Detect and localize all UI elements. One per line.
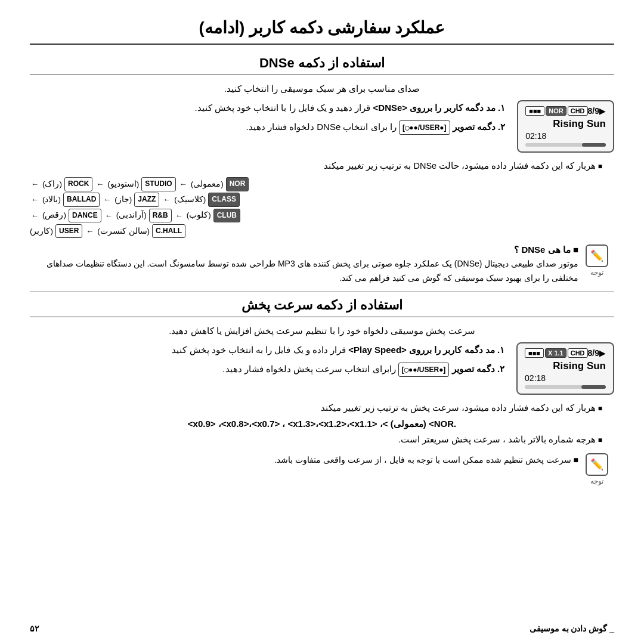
- device2-badges: CHD X 1.1 ■■■: [525, 348, 587, 358]
- device2-progress: [525, 385, 606, 389]
- device1-progress: [525, 143, 606, 147]
- step2: ۲. دگمه تصویر [●USER/●●◯] را برای انتخاب…: [30, 119, 505, 135]
- badge-chd: CHD: [568, 106, 588, 116]
- section2-intro: سرعت پخش موسیقی دلخواه خود را با تنظیم س…: [30, 326, 614, 336]
- step2-2: ۲. دگمه تصویر [●USER/●●◯] رابرای انتخاب …: [30, 361, 504, 377]
- dnse-note-block: ✏️ توجه ■ ما هی DNSe ؟ موتور صدای طبیعی …: [30, 244, 614, 286]
- tag-rnb: R&B: [149, 209, 172, 223]
- section1-content: ▶ 8/9 CHD NOR ■■■ Rising Sun 02:18 ۱. مد…: [30, 100, 614, 153]
- step-list-2: ۱. مد دگمه کاربر را برروی <Play Speed> ق…: [30, 342, 504, 377]
- step-list: ۱. مد دگمه کاربر را برروی <DNSe> قرار ده…: [30, 100, 505, 135]
- device2-time: 02:18: [525, 373, 606, 383]
- dnse-row-3: ← (رقص) DANCE ← (آراندبی) R&B ← (کلوب) C…: [30, 208, 596, 222]
- note1-label: توجه: [586, 268, 608, 277]
- device2-progress-fill: [581, 385, 606, 389]
- note1-text: موتور صدای طبیعی دیجیتال (DNSe) یک عملکر…: [30, 257, 578, 286]
- user-btn-1: [●USER/●●◯]: [399, 120, 450, 135]
- section2-content: ▶ 8/9 CHD X 1.1 ■■■ Rising Sun 02:18 ۱. …: [30, 342, 614, 395]
- tag-rock: ROCK: [64, 177, 92, 191]
- device1-progress-fill: [582, 143, 606, 147]
- device1-badges: CHD NOR ■■■: [525, 106, 587, 116]
- page-footer: _ گوش دادن به موسیقی ۵۲: [30, 624, 614, 633]
- dnse-row-2: ← (بالاد) BALLAD ← (جاز) JAZZ ← (کلاسیک)…: [30, 193, 596, 207]
- note2-block: ✏️ توجه ■ سرعت پخش تنظیم شده ممکن است با…: [30, 453, 614, 485]
- footer-page-num: ۵۲: [30, 624, 39, 633]
- device2-box: ▶ 8/9 CHD X 1.1 ■■■ Rising Sun 02:18: [516, 342, 614, 395]
- tag-jazz: JAZZ: [134, 193, 159, 207]
- device1-top-row: ▶ 8/9 CHD NOR ■■■: [525, 106, 606, 116]
- section2-title: استفاده از دکمه سرعت پخش: [30, 298, 614, 317]
- bullet3: هرچه شماره بالاتر باشد ، سرعت پخش سریعتر…: [30, 432, 614, 447]
- note2-label: توجه: [586, 477, 608, 485]
- dnse-row-4: (کاربر) USER ← (سالن کنسرت) C.HALL: [30, 224, 596, 239]
- note2-icon: ✏️: [586, 453, 608, 476]
- section1-intro: صدای مناسب برای هر سبک موسیقی را انتخاب …: [30, 83, 614, 94]
- tag-ballad: BALLAD: [63, 193, 100, 207]
- divider1: [30, 291, 614, 292]
- tag-dance: DANCE: [69, 209, 101, 223]
- note2-icon-container: ✏️ توجه: [586, 453, 608, 485]
- page: عملکرد سفارشی دکمه کاربر (ادامه) استفاده…: [0, 0, 644, 644]
- note2-text: ■ سرعت پخش تنظیم شده ممکن است با توجه به…: [30, 453, 578, 467]
- device1-box: ▶ 8/9 CHD NOR ■■■ Rising Sun 02:18: [517, 100, 614, 153]
- note1-icon: ✏️: [586, 244, 608, 267]
- main-title: عملکرد سفارشی دکمه کاربر (ادامه): [30, 18, 614, 45]
- device2-title: Rising Sun: [525, 360, 606, 372]
- tag-nor: NOR: [226, 177, 249, 191]
- speed-row: <x0.9> ،<x0.8>،<x0.7> ، <x1.3>،<x1.2>،<x…: [30, 419, 614, 429]
- footer-page-label: _ گوش دادن به موسیقی: [530, 624, 614, 633]
- badge2-chd: CHD: [568, 348, 588, 358]
- device1-time: 02:18: [525, 131, 606, 141]
- battery2-icon: ■■■: [525, 348, 544, 358]
- bullet1: هربار که این دکمه فشار داده میشود، حالت …: [30, 159, 614, 174]
- tag-user: USER: [55, 224, 82, 239]
- device2-top-row: ▶ 8/9 CHD X 1.1 ■■■: [525, 348, 606, 358]
- dnse-table: ← (راک) ROCK ← (استودیو) STUDIO ← (معمول…: [30, 177, 614, 239]
- device1-title: Rising Sun: [525, 118, 606, 130]
- play-icon: ▶: [599, 106, 606, 116]
- dnse-question: ■ ما هی DNSe ؟: [30, 244, 578, 255]
- tag-class: CLASS: [208, 193, 240, 207]
- step1: ۱. مد دگمه کاربر را برروی <DNSe> قرار ده…: [30, 100, 505, 116]
- note1-text-block: ■ ما هی DNSe ؟ موتور صدای طبیعی دیجیتال …: [30, 244, 578, 286]
- play-icon-2: ▶: [599, 348, 606, 358]
- section1-title: استفاده از دکمه DNSe: [30, 55, 614, 75]
- note1-icon-container: ✏️ توجه: [586, 244, 608, 277]
- battery-icon: ■■■: [525, 106, 544, 116]
- device2-track: 8/9: [588, 348, 599, 358]
- badge-nor: NOR: [546, 106, 566, 116]
- tag-studio: STUDIO: [141, 177, 175, 191]
- section1-steps: ۱. مد دگمه کاربر را برروی <DNSe> قرار ده…: [30, 100, 505, 138]
- badge2-speed: X 1.1: [545, 348, 566, 358]
- section2-steps: ۱. مد دگمه کاربر را برروی <Play Speed> ق…: [30, 342, 504, 380]
- step2-1: ۱. مد دگمه کاربر را برروی <Play Speed> ق…: [30, 342, 504, 358]
- user-btn-2: [●USER/●●◯]: [398, 363, 450, 377]
- tag-chall: C.HALL: [152, 224, 185, 239]
- tag-club: CLUB: [213, 209, 240, 223]
- bullet2: هربار که این دکمه فشار داده میشود، سرعت …: [30, 401, 614, 416]
- dnse-row-1: ← (راک) ROCK ← (استودیو) STUDIO ← (معمول…: [30, 177, 596, 191]
- device1-track: 8/9: [588, 106, 599, 116]
